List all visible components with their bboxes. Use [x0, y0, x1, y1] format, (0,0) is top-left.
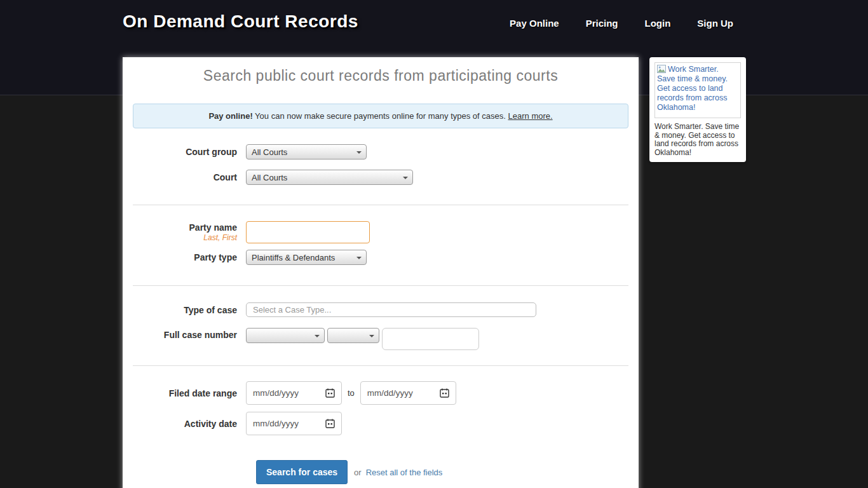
- ad-alt-text: Work Smarter. Save time & money. Get acc…: [657, 65, 728, 112]
- sidebar-ad-card: Work Smarter. Save time & money. Get acc…: [649, 57, 746, 162]
- case-type-select[interactable]: Select a Case Type...: [246, 302, 536, 317]
- case-type-placeholder: Select a Case Type...: [253, 305, 331, 315]
- calendar-icon[interactable]: [325, 419, 335, 428]
- alert-body: You can now make secure payments online …: [253, 111, 508, 121]
- court-row: Court All Courts: [133, 170, 628, 185]
- broken-image-icon: [657, 65, 666, 73]
- filed-date-to-input[interactable]: mm/dd/yyyy: [360, 381, 456, 405]
- activity-date-placeholder: mm/dd/yyyy: [253, 419, 299, 428]
- court-group-select[interactable]: All Courts: [246, 144, 367, 159]
- page-title: Search public court records from partici…: [123, 57, 639, 85]
- learn-more-link[interactable]: Learn more.: [508, 111, 553, 121]
- case-number-label: Full case number: [133, 330, 237, 340]
- reset-fields-link[interactable]: Reset all of the fields: [366, 468, 443, 477]
- section-divider: [133, 365, 628, 366]
- nav-pay-online[interactable]: Pay Online: [510, 18, 559, 29]
- filed-date-row: Filed date range mm/dd/yyyy to mm/dd/yyy…: [133, 381, 628, 405]
- search-form: Court group All Courts Court All Courts: [123, 128, 639, 488]
- alert-lead: Pay online!: [208, 111, 252, 121]
- court-label: Court: [133, 172, 237, 182]
- court-group-label: Court group: [133, 147, 237, 157]
- section-divider: [133, 205, 628, 205]
- form-actions: Search for cases or Reset all of the fie…: [256, 460, 628, 484]
- activity-date-input[interactable]: mm/dd/yyyy: [246, 412, 342, 435]
- court-group-selected-value: All Courts: [252, 147, 287, 157]
- nav-sign-up[interactable]: Sign Up: [697, 18, 733, 29]
- court-selected-value: All Courts: [252, 173, 287, 182]
- or-text: or: [354, 468, 362, 477]
- case-type-row: Type of case Select a Case Type...: [133, 302, 628, 317]
- nav-pricing[interactable]: Pricing: [586, 18, 618, 29]
- search-for-cases-button[interactable]: Search for cases: [256, 460, 348, 484]
- pay-online-alert: Pay online! You can now make secure paym…: [133, 104, 628, 128]
- search-panel: Search public court records from partici…: [123, 57, 639, 488]
- calendar-icon[interactable]: [440, 388, 449, 398]
- main-nav: Pay Online Pricing Login Sign Up: [510, 18, 733, 29]
- section-divider: [133, 285, 628, 286]
- activity-date-row: Activity date mm/dd/yyyy: [133, 412, 628, 435]
- party-name-hint: Last, First: [133, 233, 237, 242]
- filed-date-label: Filed date range: [133, 388, 237, 398]
- filed-date-to-placeholder: mm/dd/yyyy: [367, 388, 413, 398]
- filed-date-from-input[interactable]: mm/dd/yyyy: [246, 381, 342, 405]
- filed-date-from-placeholder: mm/dd/yyyy: [253, 388, 299, 398]
- ad-caption: Work Smarter. Save time & money. Get acc…: [654, 123, 741, 157]
- case-number-row: Full case number: [133, 328, 628, 350]
- court-select[interactable]: All Courts: [246, 170, 413, 185]
- date-range-joiner: to: [348, 388, 355, 398]
- brand-title[interactable]: On Demand Court Records: [123, 11, 358, 32]
- case-type-label: Type of case: [133, 305, 237, 315]
- party-type-row: Party type Plaintiffs & Defendants: [133, 250, 628, 265]
- nav-login[interactable]: Login: [645, 18, 671, 29]
- case-number-year-select[interactable]: [327, 328, 379, 343]
- party-name-input[interactable]: [246, 221, 370, 243]
- calendar-icon[interactable]: [325, 388, 335, 398]
- party-name-row: Party name Last, First: [133, 221, 628, 243]
- party-type-label: Party type: [133, 252, 237, 262]
- case-number-input[interactable]: [382, 328, 479, 350]
- party-type-selected-value: Plaintiffs & Defendants: [252, 253, 335, 262]
- court-group-row: Court group All Courts: [133, 144, 628, 159]
- sidebar-ad-broken-image[interactable]: Work Smarter. Save time & money. Get acc…: [654, 62, 741, 118]
- activity-date-label: Activity date: [133, 419, 237, 429]
- party-name-label: Party name: [133, 222, 237, 233]
- case-number-type-select[interactable]: [246, 328, 325, 343]
- party-type-select[interactable]: Plaintiffs & Defendants: [246, 250, 367, 265]
